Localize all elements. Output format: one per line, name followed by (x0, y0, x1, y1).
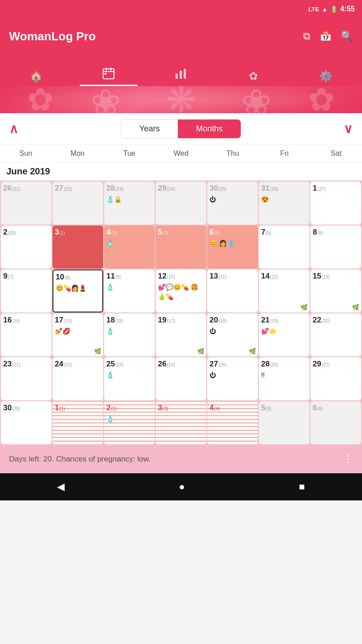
day-number: 5 (261, 404, 265, 413)
tab-stats[interactable] (145, 67, 217, 86)
cycle-number: (10) (167, 274, 175, 279)
calendar-day[interactable]: 21(19) 💕🌟 (259, 313, 310, 356)
calendar-day[interactable]: 15(13) 🌿 (310, 269, 361, 312)
calendar-day[interactable]: 29(27) (310, 357, 361, 400)
calendar-day[interactable]: 28(23) 🧴🔒 (104, 182, 155, 225)
prev-month-arrow[interactable]: ∧ (9, 121, 19, 136)
calendar-day[interactable]: 13(11) (207, 269, 258, 312)
calendar-day[interactable]: 8(6) (310, 226, 361, 269)
day-number: 22 (313, 316, 321, 325)
cycle-number: (3) (162, 231, 168, 235)
calendar-day[interactable]: 23(21) (1, 357, 52, 400)
header-actions: ⧉ 📅 🔍 (303, 30, 353, 42)
search-icon[interactable]: 🔍 (341, 30, 353, 42)
calendar-day[interactable]: 28(26) !! (259, 357, 310, 400)
calendar-day[interactable]: 2(2) 🧴 (104, 401, 155, 444)
more-options-icon[interactable]: ⋮ (343, 453, 353, 465)
day-number: 14 (261, 272, 270, 281)
header-tue: Tue (104, 145, 155, 162)
months-toggle[interactable]: Months (178, 120, 241, 138)
tab-home[interactable]: 🏠 (0, 70, 72, 86)
calendar-day[interactable]: 19(17) 🌿 (156, 313, 206, 356)
calendar-day[interactable]: 3(1) (52, 226, 103, 269)
calendar-day[interactable]: 16(14) (1, 313, 52, 356)
calendar-day[interactable]: 2(28) (1, 226, 52, 269)
cycle-number: (1) (59, 406, 65, 411)
calendar-day[interactable]: 26(24) (156, 357, 206, 400)
day-number: 16 (3, 316, 12, 325)
cycle-number: (28) (8, 231, 16, 235)
calendar-day[interactable]: 11(9) 🧴 (104, 269, 155, 312)
day-number: 3 (55, 228, 59, 237)
day-number: 11 (106, 272, 115, 281)
header-sat: Sat (310, 145, 362, 162)
cycle-number: (22) (64, 187, 72, 192)
calendar-day[interactable]: 26(21) (1, 182, 52, 225)
checklist-icon[interactable]: ⧉ (303, 30, 310, 42)
tab-settings[interactable]: ⚙️ (290, 70, 362, 86)
day-number: 26 (158, 360, 167, 369)
calendar-weekday-header: Sun Mon Tue Wed Thu Fri Sat (0, 145, 362, 163)
calendar-day[interactable]: 4(2) 🧴 (104, 226, 155, 269)
back-button[interactable]: ◀ (57, 481, 65, 493)
calendar-day[interactable]: 17(15) 💅💋 🌿 (52, 313, 103, 356)
calendar-today-icon[interactable]: 📅 (319, 30, 332, 42)
recents-button[interactable]: ■ (299, 481, 305, 493)
cycle-number: (5) (266, 406, 271, 411)
calendar-day[interactable]: 27(22) (52, 182, 103, 225)
cell-icons: 💕💬😊💊 🍔🍐💊 (158, 283, 205, 302)
calendar-day[interactable]: 3(3) (156, 401, 206, 444)
cycle-number: (25) (219, 187, 227, 192)
cycle-number: (20) (322, 318, 330, 323)
calendar-day[interactable]: 9(7) (1, 269, 52, 312)
cell-icons: 🧴 (106, 283, 153, 292)
calendar-day[interactable]: 1(27) (310, 182, 361, 225)
cycle-number: (21) (12, 362, 20, 367)
calendar-day[interactable]: 20(18) ⏻ 🌿 (207, 313, 258, 356)
day-number: 20 (210, 316, 218, 325)
cycle-number: (2) (111, 406, 116, 411)
calendar-day[interactable]: 10(8) 😊💊👩💄 (52, 269, 103, 312)
cycle-number: (6) (317, 231, 323, 235)
day-number: 4 (210, 404, 214, 413)
cell-icons: !! (261, 370, 308, 380)
calendar-day[interactable]: 30(25) ⏻ (207, 182, 258, 225)
status-icons: LTE ▲ 🔋 4:55 (309, 5, 355, 13)
calendar-day[interactable]: 25(23) 🧴 (104, 357, 155, 400)
day-number: 24 (55, 360, 63, 369)
cycle-number: (4) (214, 406, 219, 411)
calendar-day[interactable]: 24(22) (52, 357, 103, 400)
calendar-day[interactable]: 7(5) (259, 226, 310, 269)
day-number: 29 (158, 184, 167, 193)
calendar-day[interactable]: 6(4) 😊 👩💧 (207, 226, 258, 269)
calendar-day[interactable]: 4(4) (207, 401, 258, 444)
day-number: 28 (261, 360, 270, 369)
tab-health[interactable]: ✿ (217, 70, 290, 86)
calendar-day[interactable]: 30(28) (1, 401, 52, 444)
cell-icons: 😍 (261, 195, 308, 204)
day-number: 9 (3, 272, 7, 281)
month-navigation: ∧ Years Months ∨ (0, 113, 362, 145)
calendar-day[interactable]: 31(26) 😍 (259, 182, 310, 225)
home-button[interactable]: ● (179, 481, 185, 493)
app-title: WomanLog Pro (9, 29, 96, 43)
calendar-day[interactable]: 14(12) 🌿 (259, 269, 310, 312)
calendar-day[interactable]: 22(20) (310, 313, 361, 356)
calendar-day[interactable]: 5(3) (156, 226, 206, 269)
svg-rect-5 (176, 73, 178, 79)
calendar-day[interactable]: 5(5) (259, 401, 310, 444)
next-month-arrow[interactable]: ∨ (343, 121, 353, 136)
svg-rect-4 (105, 73, 106, 75)
calendar-day[interactable]: 18(16) 🧴 (104, 313, 155, 356)
stats-icon (175, 67, 187, 82)
cycle-number: (2) (111, 231, 116, 235)
years-toggle[interactable]: Years (121, 120, 178, 138)
footer-status-text: Days left: 20. Chances of pregnancy: low… (9, 455, 151, 464)
calendar-day[interactable]: 6(6) (310, 401, 361, 444)
calendar-day[interactable]: 27(25) ⏻ (207, 357, 258, 400)
tab-calendar[interactable] (72, 67, 145, 86)
cycle-number: (5) (266, 231, 271, 235)
calendar-day[interactable]: 1(1) (52, 401, 103, 444)
calendar-day[interactable]: 29(24) (156, 182, 206, 225)
calendar-day[interactable]: 12(10) 💕💬😊💊 🍔🍐💊 (156, 269, 206, 312)
